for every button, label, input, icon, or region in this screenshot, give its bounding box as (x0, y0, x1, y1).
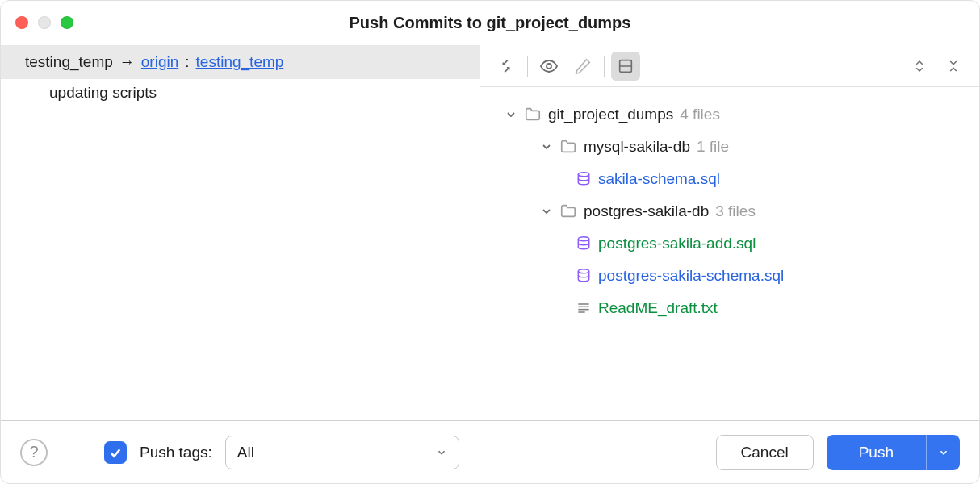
window-title: Push Commits to git_project_dumps (350, 14, 631, 32)
edit-icon[interactable] (568, 52, 597, 81)
chevron-down-icon (938, 447, 949, 458)
compare-arrows-icon[interactable] (492, 52, 521, 81)
collapse-icon[interactable] (939, 52, 968, 81)
local-branch-label: testing_temp (25, 53, 113, 71)
tree-folder-postgres[interactable]: postgres-sakila-db 3 files (488, 195, 971, 227)
toolbar-divider (527, 56, 528, 77)
colon-label: : (185, 53, 189, 71)
tree-file-item[interactable]: sakila-schema.sql (488, 163, 971, 195)
commit-item[interactable]: updating scripts (1, 79, 480, 106)
tree-folder-mysql[interactable]: mysql-sakila-db 1 file (488, 131, 971, 163)
cancel-button-label: Cancel (741, 444, 789, 461)
tags-filter-select[interactable]: All (225, 436, 459, 469)
tree-file-label: postgres-sakila-add.sql (598, 235, 756, 252)
chevron-down-icon (436, 447, 447, 458)
database-icon (576, 236, 592, 252)
tree-file-item[interactable]: postgres-sakila-schema.sql (488, 260, 971, 292)
push-options-button[interactable] (926, 435, 960, 470)
tree-folder-root[interactable]: git_project_dumps 4 files (488, 98, 971, 131)
folder-icon (524, 106, 542, 123)
tree-folder-hint: 1 file (697, 138, 729, 156)
chevron-down-icon (540, 205, 553, 218)
svg-point-5 (578, 269, 588, 273)
tree-folder-hint: 3 files (715, 202, 756, 220)
push-tags-checkbox[interactable] (104, 441, 127, 464)
minimize-window-button[interactable] (38, 16, 51, 29)
tree-file-label: sakila-schema.sql (598, 170, 720, 188)
arrow-glyph: → (119, 53, 135, 71)
folder-icon (559, 202, 577, 220)
tree-file-label: ReadME_draft.txt (598, 299, 718, 317)
folder-icon (559, 138, 577, 156)
file-tree: git_project_dumps 4 files mysql-sakila-d… (480, 87, 979, 420)
svg-point-4 (578, 237, 588, 241)
files-toolbar (480, 45, 979, 87)
chevron-down-icon (540, 140, 553, 153)
tree-folder-hint: 4 files (680, 106, 720, 123)
push-split-button: Push (827, 435, 960, 470)
eye-icon[interactable] (534, 52, 563, 81)
push-button[interactable]: Push (827, 435, 926, 470)
tree-folder-label: git_project_dumps (548, 106, 673, 123)
text-file-icon (576, 300, 592, 316)
dialog-footer: ? Push tags: All Cancel Push (1, 420, 979, 483)
tree-file-item[interactable]: postgres-sakila-add.sql (488, 227, 971, 260)
branch-selector-row[interactable]: testing_temp → origin : testing_temp (1, 45, 480, 79)
toolbar-divider (604, 56, 605, 77)
push-button-label: Push (859, 444, 894, 461)
cancel-button[interactable]: Cancel (716, 435, 814, 470)
group-by-directory-icon[interactable] (611, 52, 640, 81)
tree-folder-label: mysql-sakila-db (584, 138, 690, 156)
window-controls (15, 16, 73, 29)
chevron-down-icon (505, 108, 517, 121)
svg-point-0 (547, 64, 551, 69)
tree-file-item[interactable]: ReadME_draft.txt (488, 292, 971, 324)
help-button[interactable]: ? (20, 439, 48, 466)
database-icon (576, 268, 592, 284)
tree-file-label: postgres-sakila-schema.sql (598, 267, 784, 285)
zoom-window-button[interactable] (61, 16, 73, 29)
svg-point-3 (578, 173, 588, 177)
tree-folder-label: postgres-sakila-db (584, 202, 709, 220)
expand-icon[interactable] (905, 52, 934, 81)
commits-pane: testing_temp → origin : testing_temp upd… (1, 45, 480, 420)
remote-link[interactable]: origin (141, 53, 178, 71)
database-icon (576, 171, 592, 187)
push-tags-label: Push tags: (140, 444, 212, 461)
remote-branch-link[interactable]: testing_temp (196, 53, 284, 71)
tags-filter-value: All (237, 444, 254, 461)
titlebar: Push Commits to git_project_dumps (1, 1, 979, 44)
close-window-button[interactable] (15, 16, 28, 29)
